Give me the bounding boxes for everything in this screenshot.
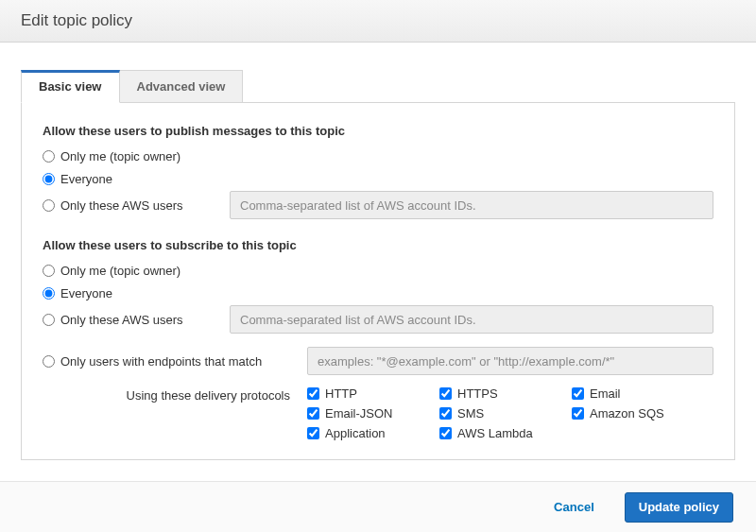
protocol-sqs[interactable]: Amazon SQS [572,406,713,420]
protocols-row: Using these delivery protocols HTTPHTTPS… [43,386,713,440]
protocol-https[interactable]: HTTPS [439,386,572,401]
subscribe-only-users-radio[interactable] [43,314,55,326]
protocols-title: Using these delivery protocols [43,386,307,403]
protocols-grid: HTTPHTTPSEmailEmail-JSONSMSAmazon SQSApp… [307,386,713,440]
protocol-sqs-label: Amazon SQS [590,406,664,420]
dialog-footer: Cancel Update policy [0,481,756,532]
subscribe-only-users-label: Only these AWS users [60,313,183,327]
protocol-lambda[interactable]: AWS Lambda [439,426,572,440]
protocol-http-checkbox[interactable] [307,387,319,400]
publish-everyone-radio[interactable] [43,173,55,185]
subscribe-endpoints-label: Only users with endpoints that match [60,354,262,369]
tab-basic-view[interactable]: Basic view [21,70,120,103]
basic-view-panel: Allow these users to publish messages to… [21,102,735,460]
protocol-lambda-checkbox[interactable] [439,427,452,439]
protocol-https-checkbox[interactable] [439,387,452,400]
protocol-email_json-label: Email-JSON [325,406,393,420]
protocol-email-label: Email [590,386,621,401]
subscribe-only-me-label: Only me (topic owner) [60,264,180,278]
publish-only-me-radio[interactable] [43,150,55,163]
protocol-email_json-checkbox[interactable] [307,407,319,420]
protocol-lambda-label: AWS Lambda [457,426,533,440]
publish-everyone-label: Everyone [60,172,112,186]
subscribe-only-me-radio[interactable] [43,265,55,277]
subscribe-endpoints-input[interactable] [307,347,713,375]
page-title: Edit topic policy [21,11,132,30]
subscribe-endpoints-option[interactable]: Only users with endpoints that match [43,354,307,369]
publish-account-ids-input[interactable] [230,191,713,219]
publish-section-title: Allow these users to publish messages to… [43,124,713,138]
protocol-http[interactable]: HTTP [307,386,439,401]
subscribe-everyone-row[interactable]: Everyone [43,283,713,303]
protocol-sqs-checkbox[interactable] [572,407,584,420]
publish-only-users-radio[interactable] [43,199,55,212]
protocol-application-checkbox[interactable] [307,427,319,439]
protocol-sms-label: SMS [457,406,484,420]
protocol-email[interactable]: Email [572,386,713,401]
publish-everyone-row[interactable]: Everyone [43,168,713,189]
publish-only-me-row[interactable]: Only me (topic owner) [43,146,713,166]
protocol-sms-checkbox[interactable] [439,407,452,420]
subscribe-endpoints-radio[interactable] [43,355,55,368]
subscribe-endpoints-row: Only users with endpoints that match [43,347,713,375]
dialog-header: Edit topic policy [0,0,756,43]
protocol-https-label: HTTPS [457,386,498,401]
protocol-application-label: Application [325,426,386,440]
subscribe-everyone-label: Everyone [60,286,112,300]
tab-advanced-view[interactable]: Advanced view [120,70,244,103]
cancel-button[interactable]: Cancel [541,492,608,523]
view-tabs: Basic view Advanced view [21,70,735,103]
protocol-sms[interactable]: SMS [439,406,572,420]
protocol-email-checkbox[interactable] [572,387,584,400]
update-policy-button[interactable]: Update policy [625,492,733,523]
protocol-email_json[interactable]: Email-JSON [307,406,439,420]
subscribe-only-me-row[interactable]: Only me (topic owner) [43,260,713,281]
protocol-http-label: HTTP [325,386,357,401]
protocol-application[interactable]: Application [307,426,439,440]
publish-only-me-label: Only me (topic owner) [60,149,180,163]
subscribe-only-users-option[interactable]: Only these AWS users [43,313,230,327]
subscribe-account-ids-input[interactable] [230,305,713,334]
dialog-body: Basic view Advanced view Allow these use… [0,43,756,470]
subscribe-only-users-row: Only these AWS users [43,305,713,334]
subscribe-section-title: Allow these users to subscribe to this t… [43,238,713,252]
publish-only-users-row: Only these AWS users [43,191,713,219]
publish-only-users-label: Only these AWS users [60,198,183,213]
subscribe-everyone-radio[interactable] [43,287,55,300]
publish-only-users-option[interactable]: Only these AWS users [43,198,230,213]
